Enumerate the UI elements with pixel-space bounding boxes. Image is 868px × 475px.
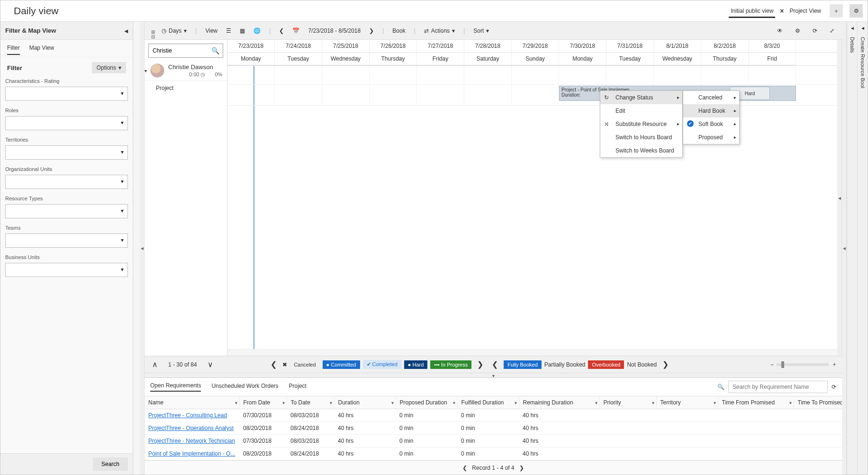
legend-prev-icon[interactable]: ❮ [268,360,280,369]
column-header[interactable]: Proposed Duration▾ [396,396,457,409]
toolbar-gear-icon[interactable]: ⚙ [792,26,803,36]
zoom-slider[interactable] [777,363,829,366]
calendar-cell[interactable] [464,66,512,84]
requirement-link[interactable]: ProjectThree - Network Technician [148,438,235,444]
requirement-search-input[interactable] [728,381,828,393]
calendar-cell[interactable] [654,66,701,84]
expand-handle-left[interactable]: ◂ [140,22,145,475]
split-handle[interactable]: ▾ [145,373,842,377]
menu-item[interactable]: ⤭Substitute Resource▸ [600,117,682,131]
filter-select-5[interactable] [5,233,128,248]
chevron-down-icon[interactable]: ▾ [714,400,716,405]
column-header[interactable]: Fulfilled Duration▾ [457,396,519,409]
column-header[interactable]: Time To Promised▾ [794,396,842,409]
search-icon[interactable]: 🔍 [717,384,724,390]
column-header[interactable]: Remaining Duration▾ [519,396,599,409]
chevron-down-icon[interactable]: ▾ [330,400,332,405]
chevron-down-icon[interactable]: ▾ [789,400,792,405]
table-row[interactable]: Point of Sale Implementation - O... 08/2… [145,448,842,460]
view-list-button[interactable]: ☰ [223,26,234,36]
calendar-icon[interactable]: 📅 [289,26,302,36]
chevron-down-icon[interactable]: ▾ [391,400,394,405]
column-header[interactable]: To Date▾ [287,396,334,409]
requirement-link[interactable]: ProjectThree - Consulting Lead [148,412,227,419]
table-row[interactable]: ProjectThree - Operations Analyst 08/20/… [145,422,842,435]
calendar-cell[interactable] [370,85,417,105]
calendar-cell[interactable] [417,85,464,105]
project-row[interactable]: Project - Point of Sale Implemen Duratio… [227,85,837,106]
view-map-button[interactable]: 🌐 [251,26,263,36]
submenu-item[interactable]: Soft Book▸ [683,117,739,131]
next-range-button[interactable]: ❯ [366,26,377,36]
calendar-cell[interactable] [370,66,417,84]
search-icon[interactable]: 🔍 [211,47,219,54]
filter-select-0[interactable] [5,87,128,101]
refresh-icon[interactable]: ⟳ [832,384,836,390]
sort-dropdown[interactable]: Sort▾ [470,26,492,36]
menu-item[interactable]: Switch to Weeks Board [600,144,682,157]
chevron-down-icon[interactable]: ▾ [515,400,517,405]
refresh-icon[interactable]: ⟳ [810,26,820,36]
filter-select-6[interactable] [5,263,128,277]
chevron-down-icon[interactable]: ▾ [282,400,285,405]
calendar-cell[interactable] [512,85,559,105]
menu-item[interactable]: Edit [600,104,682,117]
filter-select-2[interactable] [5,145,128,160]
record-next-icon[interactable]: ❯ [519,465,524,471]
tab-open-requirements[interactable]: Open Requirements [150,382,201,392]
add-view-button[interactable]: ＋ [830,4,843,18]
requirement-link[interactable]: ProjectThree - Operations Analyst [148,425,234,431]
fullscreen-icon[interactable]: ⤢ [827,26,837,36]
calendar-cell[interactable] [417,66,464,84]
rail-collapse-icon[interactable]: ◂ [861,25,864,31]
calendar-cell[interactable] [227,85,275,105]
legend-next2-icon[interactable]: ❯ [660,360,671,369]
column-header[interactable]: Time From Promised▾ [718,396,794,409]
filter-select-3[interactable] [5,175,128,189]
chevron-down-icon[interactable]: ▾ [652,400,654,405]
zoom-in-icon[interactable]: ＋ [832,360,837,368]
tab-project[interactable]: Project [289,383,307,391]
legend-prev2-icon[interactable]: ❮ [489,360,501,369]
calendar-cell[interactable] [749,66,796,84]
rail-create-booking[interactable]: Create Resource Bool [859,34,867,91]
calendar-cell[interactable] [322,66,370,84]
rail-details[interactable]: Details [849,34,856,56]
horizontal-scrollbar[interactable] [227,349,837,356]
settings-button[interactable]: ⚙ [850,4,863,18]
menu-item[interactable]: ↻Change Status▸ [600,91,682,104]
legend-next-icon[interactable]: ❯ [474,360,486,369]
calendar-cell[interactable] [606,66,654,84]
chevron-down-icon[interactable]: ▾ [235,400,237,405]
calendar-cell[interactable] [227,66,275,84]
search-button[interactable]: Search [93,457,128,471]
page-last-icon[interactable]: ∨ [205,360,216,369]
tab-unscheduled-work-orders[interactable]: Unscheduled Work Orders [211,383,278,391]
tab-map-view[interactable]: Map View [29,45,54,55]
close-icon[interactable]: × [780,7,784,15]
date-range[interactable]: 7/23/2018 - 8/5/2018 [305,26,363,36]
calendar-cell[interactable] [275,85,322,105]
collapse-resource-icon[interactable]: ▾ [145,68,147,73]
collapse-left-icon[interactable]: ◂ [125,27,128,35]
expand-all-icon[interactable]: ⊞⊟ [151,30,157,39]
days-dropdown[interactable]: ◷Days▾ [159,26,190,36]
expand-handle-right[interactable]: ◂ [837,40,842,356]
zoom-out-icon[interactable]: − [770,361,774,368]
filter-options-button[interactable]: Options▾ [92,62,126,73]
prev-range-button[interactable]: ❮ [276,26,287,36]
tab-project-view[interactable]: Project View [788,5,823,17]
menu-item[interactable]: Switch to Hours Board [600,131,682,144]
eye-icon[interactable]: 👁 [774,26,786,36]
calendar-cell[interactable] [464,85,512,105]
calendar-cell[interactable] [275,66,322,84]
calendar-cell[interactable] [322,85,370,105]
page-first-icon[interactable]: ∧ [149,360,161,369]
column-header[interactable]: Name▾ [145,396,239,409]
filter-select-4[interactable] [5,204,128,218]
tab-initial-public-view[interactable]: Initial public view [729,5,775,17]
expand-handle-rail[interactable]: ◂ [842,22,847,475]
filter-select-1[interactable] [5,116,128,130]
column-header[interactable]: Territory▾ [656,396,718,409]
rail-collapse-icon[interactable]: ◂ [851,25,854,31]
